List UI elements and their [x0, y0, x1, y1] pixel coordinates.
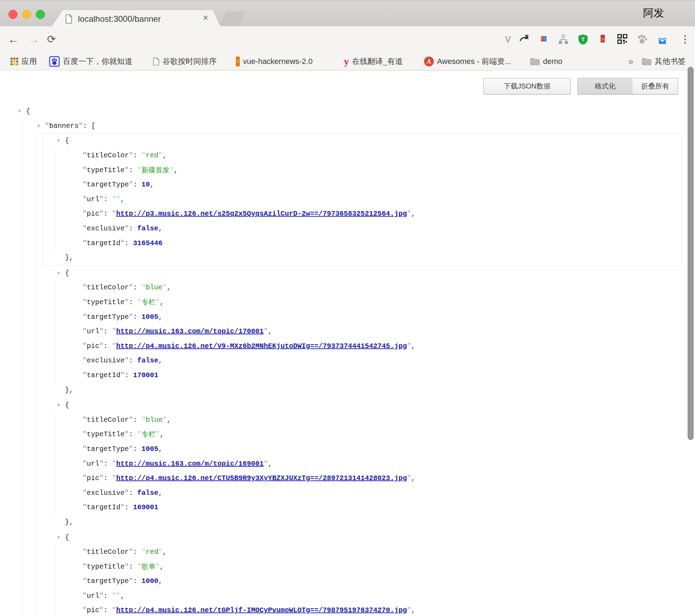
- json-value: 新碟首发: [141, 165, 170, 175]
- quote: ": [82, 460, 87, 468]
- json-value: 专栏: [141, 430, 155, 439]
- tab-close-icon[interactable]: ×: [203, 13, 208, 22]
- quote: ": [129, 445, 133, 453]
- folder-icon: [642, 58, 651, 65]
- downloader-extension-icon[interactable]: [657, 34, 668, 45]
- awesomes-a-icon: A: [424, 57, 434, 66]
- json-children: "titleColor": "blue","typeTitle": "专栏","…: [55, 280, 682, 382]
- brace: {: [26, 107, 30, 115]
- quote: ": [120, 239, 125, 247]
- vue-devtools-extension-icon[interactable]: V: [503, 34, 513, 45]
- translate-extension-icon[interactable]: 英: [519, 34, 529, 45]
- forward-icon: →: [28, 33, 39, 46]
- json-value: blue: [146, 283, 163, 291]
- json-children: ▼"banners": [▼{"titleColor": "red","type…: [22, 119, 695, 616]
- punct: :: [104, 606, 112, 614]
- json-value: red: [146, 548, 158, 556]
- json-property-row: "targetId": 169001: [56, 500, 682, 515]
- paw-extension-icon[interactable]: [637, 34, 647, 45]
- punct: :: [133, 151, 141, 159]
- format-button[interactable]: 格式化: [577, 78, 633, 94]
- bookmark-baidu[interactable]: 百度一下，你就知道: [49, 53, 132, 70]
- new-tab-button[interactable]: [220, 12, 245, 26]
- qr-code-extension-icon[interactable]: [617, 34, 628, 45]
- json-key: exclusive: [87, 489, 125, 497]
- vertical-scrollbar-thumb[interactable]: [688, 67, 694, 440]
- json-key: targetType: [87, 181, 129, 189]
- json-key: url: [87, 592, 99, 600]
- json-key: typeTitle: [87, 430, 125, 438]
- quote: ": [99, 327, 104, 335]
- bookmark-google-sort[interactable]: 谷歌按时间排序: [153, 53, 217, 70]
- brace: },: [65, 386, 73, 394]
- collapse-triangle-icon[interactable]: ▼: [35, 123, 42, 129]
- json-banners-row: ▼"banners": [: [22, 119, 695, 133]
- video-speed-extension-icon[interactable]: »: [597, 34, 608, 45]
- quote: ": [82, 239, 87, 247]
- quote: ": [170, 166, 174, 174]
- browser-menu-icon[interactable]: ⋮: [680, 33, 690, 45]
- punct: : [: [83, 122, 95, 130]
- json-link[interactable]: http://music.163.com/m/topic/170001: [116, 327, 264, 335]
- collapse-all-button[interactable]: 折叠所有: [633, 78, 678, 94]
- json-property-row: "pic": "http://p4.music.126.net/tGPljf-I…: [56, 603, 682, 616]
- json-children: ▼{"titleColor": "red","typeTitle": "新碟首发…: [36, 133, 695, 616]
- json-key: targetId: [87, 371, 120, 379]
- collapse-triangle-icon[interactable]: ▼: [55, 138, 62, 143]
- punct: :: [133, 445, 141, 453]
- json-key: typeTitle: [87, 298, 125, 306]
- back-icon[interactable]: ←: [8, 33, 19, 46]
- json-link[interactable]: http://p4.music.126.net/tGPljf-IMOCyPvum…: [116, 606, 407, 614]
- window-close-button[interactable]: [8, 10, 18, 19]
- download-json-button[interactable]: 下载JSON数据: [483, 78, 571, 94]
- quote: ": [82, 313, 87, 321]
- json-key: typeTitle: [87, 563, 125, 571]
- quote: ": [82, 563, 87, 571]
- other-bookmarks-folder[interactable]: 其他书签: [642, 53, 686, 70]
- json-link[interactable]: http://p4.music.126.net/CTU5B9R9y3XyYBZX…: [116, 474, 407, 482]
- quote: ": [129, 151, 133, 159]
- collapse-triangle-icon[interactable]: ▼: [16, 109, 23, 114]
- punct: :: [133, 283, 141, 291]
- bookmark-awesomes[interactable]: A Awesomes - 前端资...: [424, 53, 511, 70]
- json-value: false: [137, 224, 158, 232]
- bookmark-demo-folder[interactable]: demo: [530, 53, 562, 70]
- org-chart-extension-icon[interactable]: [558, 34, 569, 45]
- json-value: 1005: [141, 313, 158, 321]
- json-link[interactable]: http://p3.music.126.net/s25q2x5QyqsAzilC…: [116, 210, 407, 218]
- punct: :: [104, 195, 112, 203]
- window-zoom-button[interactable]: [36, 10, 45, 19]
- quote: ": [82, 503, 87, 511]
- browser-profile-name[interactable]: 阿发: [643, 6, 664, 20]
- quote: ": [141, 416, 146, 424]
- json-link[interactable]: http://music.163.com/m/topic/169001: [116, 460, 264, 468]
- json-key: pic: [87, 342, 99, 350]
- json-property-row: "typeTitle": "歌单",: [56, 559, 682, 574]
- bookmark-apps[interactable]: 应用: [11, 53, 37, 70]
- json-key: exclusive: [87, 356, 125, 365]
- json-object-open-row: ▼{: [43, 133, 682, 148]
- json-value: 歌单: [141, 562, 155, 571]
- json-link[interactable]: http://p4.music.126.net/V9-MXz6b2MNhEKju…: [116, 342, 407, 350]
- json-value: false: [137, 356, 158, 365]
- comma: ,: [150, 181, 154, 189]
- tampermonkey-shield-extension-icon[interactable]: T: [578, 34, 588, 45]
- svg-text:英: 英: [524, 34, 529, 39]
- json-key: url: [87, 327, 99, 335]
- collapse-triangle-icon[interactable]: ▼: [55, 402, 62, 408]
- reload-icon[interactable]: ⟳: [47, 33, 56, 46]
- collapse-triangle-icon[interactable]: ▼: [55, 535, 62, 540]
- json-value: red: [146, 151, 158, 159]
- fe-extension-icon[interactable]: FE: [538, 34, 549, 45]
- svg-text:T: T: [581, 36, 584, 42]
- json-key: targetType: [87, 313, 129, 321]
- youdao-y-icon: y: [344, 56, 349, 67]
- collapse-triangle-icon[interactable]: ▼: [55, 270, 62, 276]
- window-minimize-button[interactable]: [22, 10, 31, 19]
- banner-item: ▼{"titleColor": "blue","typeTitle": "专栏"…: [42, 398, 682, 530]
- bookmark-vue-hackernews[interactable]: V vue-hackernews-2.0: [236, 53, 312, 70]
- bookmarks-overflow-chevron[interactable]: »: [628, 53, 633, 70]
- quote: ": [155, 298, 160, 306]
- vue-icon: V: [236, 57, 240, 66]
- bookmark-youdao-translate[interactable]: y 在线翻译_有道: [344, 53, 403, 70]
